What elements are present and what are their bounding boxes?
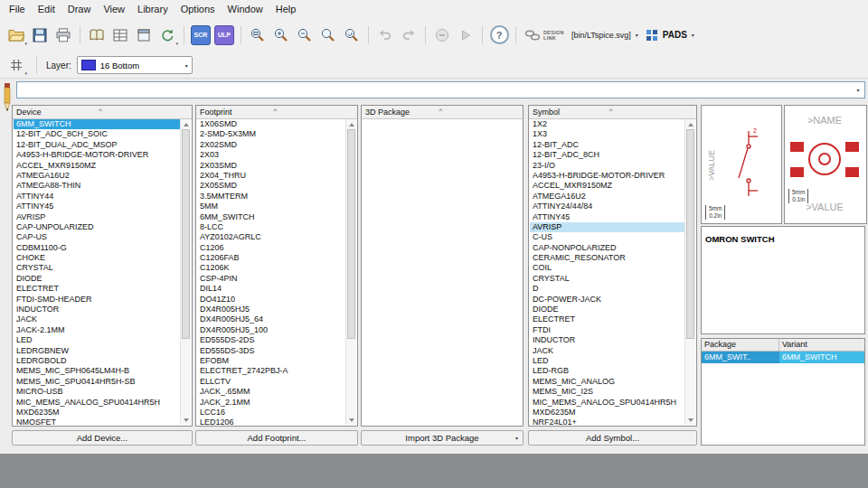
footprint-list-item[interactable]: 1X06SMD	[197, 119, 346, 129]
scroll-up-icon[interactable]	[685, 119, 695, 128]
symbol-list-item[interactable]: MEMS_MIC_I2S	[530, 387, 685, 397]
layer-dropdown[interactable]: 16 Bottom ▾	[77, 56, 193, 74]
footprint-list-item[interactable]: DIL14	[197, 284, 346, 294]
footprint-column-header[interactable]: Footprint ^	[196, 106, 357, 119]
device-list-item[interactable]: JACK-2.1MM	[14, 325, 181, 335]
device-list-item[interactable]: AVRISP	[14, 212, 181, 222]
menu-item[interactable]: File	[3, 2, 32, 16]
design-link-button[interactable]: DESIGN LINK	[522, 24, 567, 46]
zoom-redraw-button[interactable]	[341, 24, 363, 46]
symbol-list-item[interactable]: 12-BIT_ADC_8CH	[530, 150, 685, 160]
footprint-list-item[interactable]: CSP-4PIN	[197, 274, 346, 284]
help-button[interactable]: ?	[488, 24, 510, 46]
symbol-list-item[interactable]: D	[530, 284, 685, 294]
zoom-fit-button[interactable]	[247, 24, 269, 46]
save-button[interactable]	[29, 24, 51, 46]
footprint-list-item[interactable]: 5MM	[197, 202, 346, 211]
footprint-list-item[interactable]: EFOBM	[197, 356, 346, 366]
footprint-list-item[interactable]: LCC16	[197, 408, 346, 418]
device-list-item[interactable]: NMOSFET	[14, 418, 181, 425]
device-description-box[interactable]: OMRON SWITCH	[701, 226, 865, 334]
footprint-list-item[interactable]: 6MM_SWITCH	[197, 212, 346, 222]
device-list-item[interactable]: 6MM_SWITCH	[14, 119, 181, 129]
symbol-list-item[interactable]: ATTINY45	[530, 212, 685, 222]
device-list-item[interactable]: CHOKE	[14, 253, 181, 263]
grid-button[interactable]: ▾	[5, 54, 27, 76]
symbol-list-item[interactable]: ELECTRET	[530, 314, 685, 324]
symbol-list-item[interactable]: JACK	[530, 346, 685, 356]
footprint-list-item[interactable]: ED555DS-2DS	[197, 335, 346, 345]
footprint-list-item[interactable]: JACK_2.1MM	[197, 398, 346, 408]
footprint-list-item[interactable]: ELECTRET_2742PBJ-A	[197, 366, 346, 376]
symbol-scrollbar[interactable]	[684, 119, 695, 425]
symbol-list-item[interactable]: 23-I/O	[530, 161, 685, 171]
menu-item[interactable]: Options	[175, 2, 222, 16]
device-list-item[interactable]: CAP-UNPOLARIZED	[14, 222, 181, 232]
footprint-list-item[interactable]: 3.5MMTERM	[197, 192, 346, 202]
window-panel-button[interactable]	[133, 24, 155, 46]
command-combobox[interactable]: ▾	[16, 81, 865, 99]
zoom-in-button[interactable]	[270, 24, 292, 46]
device-list-item[interactable]: ATMEGA16U2	[14, 171, 181, 181]
symbol-list-item[interactable]: MXD6235M	[530, 408, 685, 418]
menu-item[interactable]: Library	[131, 2, 175, 16]
package3d-column-header[interactable]: 3D Package ^	[362, 106, 523, 119]
footprint-list-item[interactable]: LED1206	[197, 418, 346, 425]
device-list-item[interactable]: 12-BIT_DUAL_ADC_MSOP	[14, 140, 181, 150]
symbol-list-item[interactable]: C-US	[530, 232, 685, 242]
scroll-up-icon[interactable]	[181, 119, 191, 128]
footprint-list-item[interactable]: 2X04_THRU	[197, 171, 346, 181]
footprint-list-item[interactable]: AYZ0102AGRLC	[197, 232, 346, 242]
stop-button[interactable]	[431, 24, 453, 46]
variant-cell[interactable]: 6MM_SWITCH	[779, 352, 864, 363]
footprint-list-item[interactable]: C1206K	[197, 263, 346, 273]
scroll-down-icon[interactable]	[685, 416, 695, 425]
scrollbar-thumb[interactable]	[182, 129, 190, 339]
menu-item[interactable]: Help	[269, 2, 303, 16]
device-list-item[interactable]: ATMEGA88-THIN	[14, 181, 181, 191]
menu-item[interactable]: Window	[222, 2, 269, 16]
menu-item[interactable]: View	[97, 2, 131, 16]
zoom-select-button[interactable]	[317, 24, 339, 46]
device-list-item[interactable]: DIODE	[14, 274, 181, 284]
symbol-list-item[interactable]: DC-POWER-JACK	[530, 295, 685, 305]
footprint-list-item[interactable]: DO41Z10	[197, 295, 346, 305]
symbol-list-item[interactable]: INDUCTOR	[530, 335, 685, 345]
symbol-list-item[interactable]: CAP-NONPOLARIZED	[530, 243, 685, 253]
symbol-column-header[interactable]: Symbol ^	[529, 106, 696, 119]
device-column-header[interactable]: Device ^	[13, 106, 192, 119]
table-view-button[interactable]	[109, 24, 131, 46]
device-list-item[interactable]: ATTINY44	[14, 192, 181, 202]
device-list-item[interactable]: ATTINY45	[14, 202, 181, 211]
go-button[interactable]	[455, 24, 476, 46]
scroll-up-icon[interactable]	[346, 119, 356, 128]
symbol-list-item[interactable]: 1X3	[530, 129, 685, 139]
footprint-list-item[interactable]: ED555DS-3DS	[197, 346, 346, 356]
open-button[interactable]: ▾	[5, 24, 27, 46]
symbol-list-item[interactable]: MIC_MEMS_ANALOG_SPU0414HR5H	[530, 398, 685, 408]
device-list-item[interactable]: A4953-H-BRIDGE-MOTOR-DRIVER	[14, 150, 181, 160]
scrollbar-thumb[interactable]	[347, 129, 355, 339]
zoom-out-button[interactable]	[294, 24, 316, 46]
device-list-item[interactable]: ELECTRET	[14, 284, 181, 294]
symbol-list-item[interactable]: AVRISP	[530, 222, 685, 232]
footprint-list-item[interactable]: C1206	[197, 243, 346, 253]
symbol-list-item[interactable]: 12-BIT_ADC	[530, 140, 685, 150]
symbol-list-item[interactable]: 1X2	[530, 119, 685, 129]
menu-item[interactable]: Draw	[61, 2, 98, 16]
table-row[interactable]: 6MM_SWIT.. 6MM_SWITCH	[702, 352, 864, 363]
print-button[interactable]	[52, 24, 74, 46]
symbol-list-item[interactable]: MEMS_MIC_ANALOG	[530, 377, 685, 387]
footprint-list-item[interactable]: ELLCTV	[197, 377, 346, 387]
device-list-item[interactable]: ACCEL_MXR9150MZ	[14, 161, 181, 171]
footprint-list-item[interactable]: C1206FAB	[197, 253, 346, 263]
device-list-item[interactable]: FTDI-SMD-HEADER	[14, 295, 181, 305]
run-script-button[interactable]: SCR	[190, 24, 212, 46]
footprint-list-item[interactable]: 8-LCC	[197, 222, 346, 232]
device-list-item[interactable]: MIC_MEMS_ANALOG_SPU0414HR5H	[14, 398, 181, 408]
footprint-list-item[interactable]: 2X03SMD	[197, 161, 346, 171]
symbol-list-item[interactable]: ATTINY24/44/84	[530, 202, 685, 211]
device-list-item[interactable]: MXD6235M	[14, 408, 181, 418]
redo-button[interactable]	[398, 24, 420, 46]
device-list-item[interactable]: 12-BIT_ADC_8CH_SOIC	[14, 129, 181, 139]
